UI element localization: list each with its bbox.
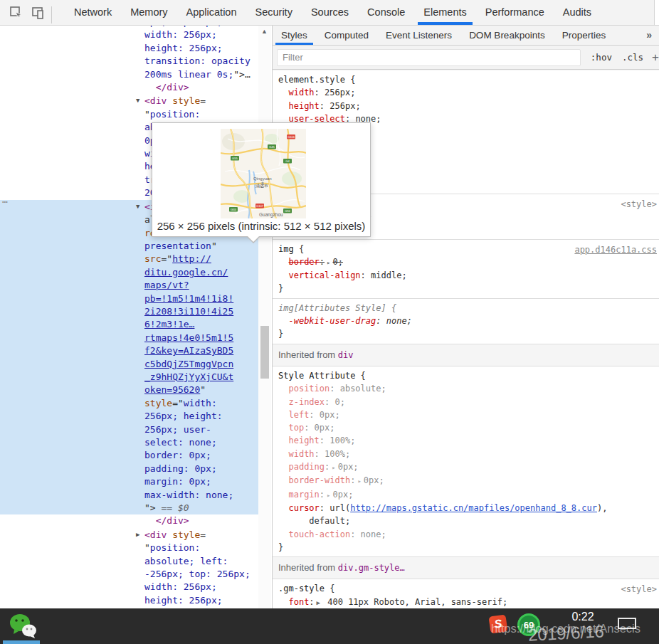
active-app-indicator [3, 640, 40, 644]
style-rule-section[interactable]: <style>.gm-style { font:▶ 400 11px Robot… [273, 579, 659, 608]
toggle-class-button[interactable]: .cls [622, 52, 643, 63]
tree-code-line[interactable]: presentation" [0, 240, 258, 253]
main-tab-security[interactable]: Security [246, 0, 302, 25]
wechat-icon[interactable] [9, 613, 38, 640]
image-dimensions-caption: 256 × 256 pixels (intrinsic: 512 × 512 p… [152, 220, 370, 232]
tree-code-line[interactable]: width: 256px; [0, 28, 258, 41]
tree-code-line[interactable]: "position: [0, 108, 258, 121]
elements-tree-panel[interactable]: 0px; top: 0px;width: 256px;height: 256px… [0, 26, 258, 608]
inspect-element-icon[interactable] [6, 4, 27, 22]
stylesheet-source-link[interactable]: <style> [621, 198, 657, 211]
node-overflow-dots[interactable]: ⋯ [2, 196, 9, 207]
tree-code-line[interactable]: </div> [0, 514, 258, 527]
tree-code-line[interactable]: margin: 0px; [0, 475, 258, 488]
sidebar-tab-styles[interactable]: Styles [273, 26, 316, 45]
map-label-qingyuan: Qingyuan [253, 176, 272, 181]
svg-text:G107: G107 [256, 204, 264, 208]
tree-code-line[interactable]: 256px; user- [0, 423, 258, 436]
tree-code-line[interactable]: f2&key=AIzaSyBD5 [0, 344, 258, 357]
tree-code-line[interactable]: _z9hHQZjYyXjCU&t [0, 371, 258, 384]
sidebar-tabs: StylesComputedEvent ListenersDOM Breakpo… [273, 26, 659, 46]
main-tab-memory[interactable]: Memory [121, 0, 176, 25]
sidebar-tab-dom-breakpoints[interactable]: DOM Breakpoints [460, 26, 554, 45]
tree-code-line[interactable]: 6!2m3!1e… [0, 318, 258, 331]
tree-code-line[interactable]: maps/vt? [0, 279, 258, 292]
tree-code-line[interactable]: padding: 0px; [0, 463, 258, 475]
styles-filter-row: :hov .cls + [273, 46, 659, 70]
devtools-toolbar: NetworkMemoryApplicationSecuritySourcesC… [0, 0, 659, 26]
sidebar-tab-event-listeners[interactable]: Event Listeners [377, 26, 460, 45]
tree-code-line[interactable]: 2i208!3i110!4i25 [0, 305, 258, 318]
svg-text:G45: G45 [269, 145, 275, 149]
main-tab-console[interactable]: Console [358, 0, 414, 25]
watermark-date: 2019/6/16 [527, 621, 604, 644]
stylesheet-source-link[interactable]: app.d146c11a.css [574, 243, 657, 256]
style-rule-section[interactable]: Style Attribute { position: absolute; z-… [273, 366, 659, 557]
sidebar-tab-properties[interactable]: Properties [554, 26, 615, 45]
sidebar-tab-computed[interactable]: Computed [316, 26, 377, 45]
more-tabs-chevron[interactable]: » [639, 26, 659, 45]
tree-code-line[interactable]: rtmaps!4e0!5m1!5 [0, 332, 258, 344]
new-style-rule-button[interactable]: + [652, 51, 659, 65]
tree-code-line[interactable]: ▼<div style= [0, 94, 258, 107]
style-rule-section[interactable]: app.d146c11a.cssimg { border:▸0; vertica… [273, 240, 659, 299]
tree-code-line[interactable]: style="width: [0, 397, 258, 410]
image-preview-tooltip: G106G45G55G4G55G107G94 Qingyuan 清远市 Guan… [152, 122, 371, 237]
main-tab-network[interactable]: Network [65, 0, 121, 25]
tree-code-line[interactable]: height: 256px; [0, 42, 258, 55]
tree-code-line[interactable]: width: 256px; [0, 581, 258, 593]
tree-scrollbar-thumb[interactable] [260, 326, 269, 379]
tree-code-line[interactable]: c5bdQjZ5TmggVpcn [0, 358, 258, 371]
tree-code-line[interactable]: max-width: none; [0, 489, 258, 502]
tree-code-line[interactable]: "position: [0, 542, 258, 554]
tree-code-line[interactable]: transition: opacity [0, 55, 258, 68]
svg-text:G55: G55 [232, 157, 238, 160]
inherited-from-header: Inherited from div [273, 344, 659, 366]
svg-text:G106: G106 [288, 135, 295, 139]
main-tab-elements[interactable]: Elements [414, 0, 475, 25]
main-tab-performance[interactable]: Performance [476, 0, 554, 25]
styles-sidebar-panel: StylesComputedEvent ListenersDOM Breakpo… [272, 26, 659, 608]
tree-code-line[interactable]: absolute; left: [0, 555, 258, 568]
tree-scrollbar[interactable]: ▲ [258, 26, 271, 608]
svg-text:G94: G94 [285, 209, 291, 213]
devtools-main-tabs: NetworkMemoryApplicationSecuritySourcesC… [65, 0, 601, 25]
inherited-node-link[interactable]: div [338, 350, 354, 360]
main-tab-audits[interactable]: Audits [554, 0, 601, 25]
tree-code-line[interactable]: height: 256px; [0, 594, 258, 607]
tree-code-line[interactable]: "> == $0 [0, 502, 258, 514]
styles-filter-input[interactable] [277, 49, 581, 66]
tree-code-line[interactable]: border: 0px; [0, 449, 258, 462]
svg-text:G4: G4 [285, 159, 290, 163]
svg-text:G55: G55 [231, 208, 237, 211]
map-label-qingyuan-cn: 清远市 [255, 183, 268, 188]
tree-code-line[interactable]: ▶<div style= [0, 528, 258, 542]
map-tile-image: G106G45G55G4G55G107G94 Qingyuan 清远市 Guan… [221, 129, 306, 218]
scroll-up-arrow[interactable]: ▲ [261, 28, 268, 35]
tree-code-line[interactable]: oken=95620" [0, 384, 258, 396]
inherited-node-link[interactable]: div.gm-style… [338, 563, 405, 573]
style-rule-section[interactable]: img[Attributes Style] { -webkit-user-dra… [273, 299, 659, 344]
tree-code-line[interactable]: ditu.google.cn/ [0, 266, 258, 279]
tree-code-line[interactable]: select: none; [0, 436, 258, 449]
main-tab-application[interactable]: Application [177, 0, 246, 25]
tooltip-arrow [246, 236, 260, 243]
toolbar-right-strip [654, 0, 659, 25]
stylesheet-source-link[interactable]: <style> [621, 583, 657, 596]
tree-code-line[interactable]: -256px; top: 256px; [0, 568, 258, 581]
elements-tree-content: 0px; top: 0px;width: 256px;height: 256px… [0, 26, 258, 608]
inherited-from-header: Inherited from div.gm-style… [273, 557, 659, 579]
screenshot-root: NetworkMemoryApplicationSecuritySourcesC… [0, 0, 659, 644]
main-tab-sources[interactable]: Sources [302, 0, 358, 25]
tree-code-line[interactable]: 200ms linear 0s;">… [0, 68, 258, 81]
device-toolbar-icon[interactable] [27, 4, 48, 22]
tree-code-line[interactable]: </div> [0, 81, 258, 94]
tree-code-line[interactable]: pb=!1m5!1m4!1i8! [0, 292, 258, 305]
tree-code-line[interactable]: 256px; height: [0, 410, 258, 423]
tree-code-line[interactable]: src="http:// [0, 253, 258, 265]
map-label-guangzhou: Guangzhou [259, 212, 283, 218]
toolbar-separator [51, 6, 52, 23]
toggle-hover-state-button[interactable]: :hov [591, 52, 612, 63]
